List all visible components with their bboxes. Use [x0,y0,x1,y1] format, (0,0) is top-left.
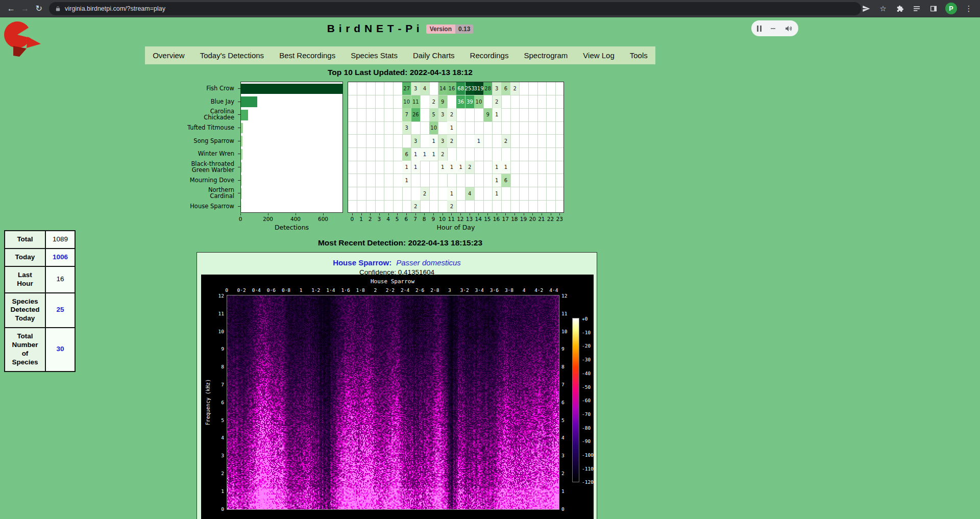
stats-row: Species Detected Today25 [5,293,75,328]
nav-item-recordings[interactable]: Recordings [462,46,517,64]
species-common-link[interactable]: House Sparrow: [333,258,391,267]
send-icon[interactable] [861,4,871,14]
time-tick: 4·4 [549,287,558,293]
spectrogram-canvas [227,295,559,510]
stats-row: Today1006 [5,249,75,266]
heatmap-cell [520,200,529,213]
heatmap-cell [393,82,402,95]
nav-item-best-recordings[interactable]: Best Recordings [272,46,343,64]
detections-bar [241,188,242,199]
heatmap-cell [348,135,357,148]
species-label: Mourning Dove [180,174,237,187]
heatmap-cell: 1 [447,161,456,174]
time-tick: 3·2 [460,287,469,293]
x-tick-mark [240,213,241,215]
hour-tick: 11 [448,216,454,222]
reading-list-icon[interactable] [912,4,922,14]
page-title: B i r d N E T - P i [327,22,420,34]
time-tick: 0·6 [267,287,276,293]
freq-tick-left: 2 [201,471,224,476]
heatmap-cell [555,161,564,174]
y-tick-mark [238,193,240,193]
heatmap-cell: 3 [402,121,411,135]
x-tick-mark [323,213,324,215]
heatmap-cell [357,174,366,187]
nav-item-view-log[interactable]: View Log [575,46,622,64]
detections-bar [241,175,242,186]
freq-tick-right: 1 [561,488,565,493]
heatmap-cell [429,161,438,174]
bookmark-star-icon[interactable]: ☆ [878,4,888,14]
stats-value[interactable]: 25 [45,293,75,328]
heatmap-cell: 2 [465,161,475,174]
nav-item-today-s-detections[interactable]: Today's Detections [192,46,272,64]
heatmap-cell [465,148,475,161]
heatmap-cell: 3 [411,135,421,148]
freq-tick-left: 0 [201,506,224,511]
heatmap-cell [528,200,537,213]
heatmap-cell [348,161,357,174]
db-tick: -90 [582,438,591,444]
back-icon[interactable]: ← [4,2,18,16]
address-bar[interactable]: virginia.birdnetpi.com/?stream=play [49,2,861,15]
species-label: Tufted Titmouse [180,121,237,134]
heatmap-cell [555,108,564,121]
volume-icon[interactable] [785,24,793,33]
heatmap-cell [393,174,402,187]
forward-icon[interactable]: → [18,2,32,16]
heatmap-cell: 1 [501,161,510,174]
recent-detection-heading: Most Recent Detection: 2022-04-13 18:15:… [0,238,800,248]
kebab-menu-icon[interactable]: ⋮ [964,4,974,14]
freq-tick-right: 3 [561,453,565,458]
x-tick-mark [551,213,551,215]
hour-tick: 7 [413,216,417,222]
heatmap-cell [393,187,402,201]
species-latin-link[interactable]: Passer domesticus [396,258,461,267]
extensions-icon[interactable] [895,4,905,14]
nav-item-daily-charts[interactable]: Daily Charts [405,46,462,64]
heatmap-cell [375,187,384,201]
pause-icon[interactable] [757,26,762,32]
version-value: 0.13 [455,24,473,34]
freq-tick-right: 0 [561,506,565,511]
heatmap-cell [456,174,465,187]
reload-icon[interactable]: ↻ [32,2,46,16]
hour-tick: 16 [493,216,500,222]
heatmap-cell [493,148,502,161]
freq-tick-left: 9 [201,346,224,352]
detections-bar-plot [240,82,343,213]
heatmap-cell [384,174,394,187]
heatmap-cell: 2 [429,95,438,109]
heatmap-cell [420,161,429,174]
heatmap-cell [366,121,375,135]
nav-item-overview[interactable]: Overview [145,46,192,64]
bar-x-tick: 200 [263,216,273,222]
stats-value[interactable]: 1006 [45,249,75,266]
heatmap-cell [429,200,438,213]
heatmap-cell [357,82,366,95]
heatmap-cell [402,200,411,213]
heatmap-cell [402,135,411,148]
heatmap-cell: 10 [402,95,411,109]
heatmap-cell [384,121,394,135]
audio-player[interactable] [751,20,798,36]
time-tick: 1 [300,287,303,293]
nav-item-spectrogram[interactable]: Spectrogram [516,46,575,64]
heatmap-cell [384,108,394,121]
nav-item-species-stats[interactable]: Species Stats [343,46,405,64]
heatmap-cell [411,174,421,187]
nav-item-tools[interactable]: Tools [622,46,655,64]
x-tick-mark [460,213,461,215]
heatmap-cell: 3 [493,82,502,95]
freq-tick-left: 1 [201,488,224,493]
stats-value[interactable]: 30 [45,328,75,372]
freq-tick-left: 11 [201,310,224,316]
profile-avatar[interactable]: P [945,3,957,14]
heatmap-cell [501,95,510,109]
heatmap-cell [375,174,384,187]
side-panel-icon[interactable] [928,4,939,14]
heatmap-cell: 1 [493,174,502,187]
heatmap-cell [555,187,564,201]
heatmap-cell [357,187,366,201]
x-tick-mark [379,213,380,215]
